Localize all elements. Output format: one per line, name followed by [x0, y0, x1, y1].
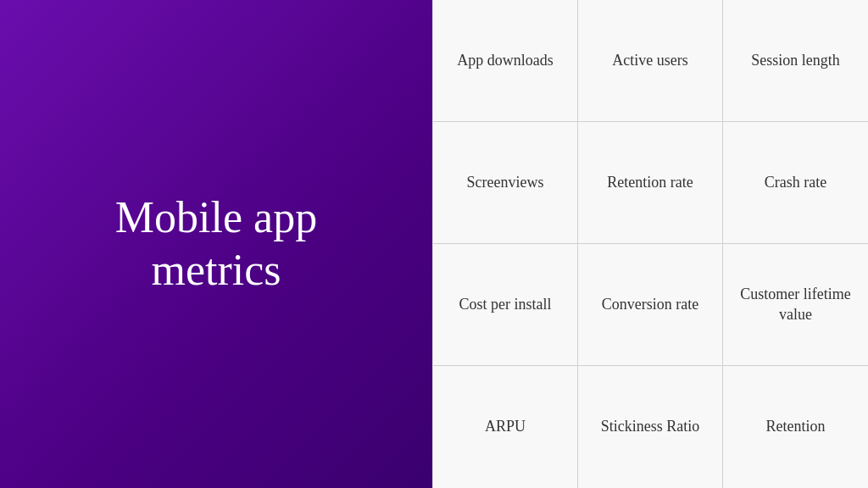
metric-label: Session length [751, 51, 840, 70]
metric-label: Screenviews [467, 173, 544, 192]
metric-label: Retention [766, 417, 826, 436]
metric-cell: Screenviews [433, 122, 578, 244]
left-panel: Mobile app metrics [0, 0, 432, 488]
metric-label: Conversion rate [602, 295, 698, 314]
metric-label: Crash rate [765, 173, 826, 192]
metric-label: Retention rate [607, 173, 693, 192]
metric-label: Cost per install [459, 295, 552, 314]
metric-cell: Conversion rate [578, 244, 723, 366]
metric-cell: Customer lifetime value [723, 244, 868, 366]
metric-label: Stickiness Ratio [601, 417, 700, 436]
metric-cell: Retention [723, 366, 868, 488]
page-title: Mobile app metrics [98, 175, 334, 314]
metric-cell: Active users [578, 0, 723, 122]
metric-cell: App downloads [433, 0, 578, 122]
metric-label: App downloads [457, 51, 554, 70]
metric-label: Customer lifetime value [736, 285, 855, 324]
metrics-grid: App downloadsActive usersSession lengthS… [432, 0, 868, 488]
metric-cell: Stickiness Ratio [578, 366, 723, 488]
metric-cell: Cost per install [433, 244, 578, 366]
metric-cell: ARPU [433, 366, 578, 488]
metric-cell: Session length [723, 0, 868, 122]
metric-label: Active users [612, 51, 687, 70]
metric-label: ARPU [485, 417, 526, 436]
main-container: Mobile app metrics App downloadsActive u… [0, 0, 868, 488]
metric-cell: Crash rate [723, 122, 868, 244]
metric-cell: Retention rate [578, 122, 723, 244]
